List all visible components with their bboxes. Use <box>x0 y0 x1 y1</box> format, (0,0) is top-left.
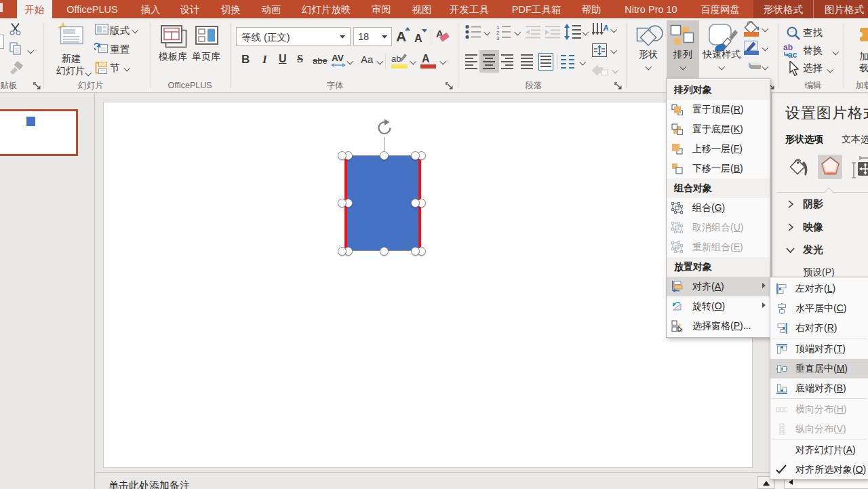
svg-text:A: A <box>603 23 608 33</box>
svg-text:ac: ac <box>788 50 797 58</box>
svg-text:3: 3 <box>496 35 500 40</box>
